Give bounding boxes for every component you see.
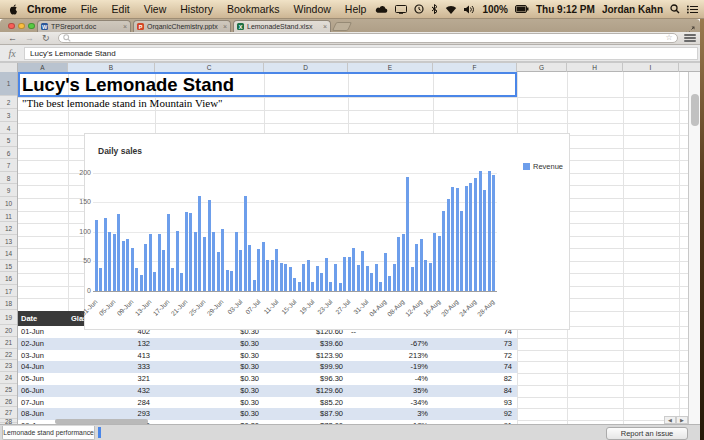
column-header-F[interactable]: F bbox=[433, 63, 517, 72]
row-header-7[interactable]: 7 bbox=[0, 160, 17, 172]
row-header-2[interactable]: 2 bbox=[0, 97, 17, 109]
chart-bar bbox=[316, 266, 319, 291]
row-header-3[interactable]: 3 bbox=[0, 110, 17, 122]
row-header-17[interactable]: 17 bbox=[0, 286, 17, 298]
row-header-14[interactable]: 14 bbox=[0, 248, 17, 260]
menu-item-edit[interactable]: Edit bbox=[112, 3, 130, 15]
chart-bar bbox=[420, 239, 423, 291]
table-row[interactable]: 06-Jun432$0.30$129.6035%84 bbox=[18, 385, 517, 397]
column-header-A[interactable]: A bbox=[18, 63, 68, 72]
address-bar[interactable]: ☆ bbox=[58, 33, 678, 43]
row-header-26[interactable]: 26 bbox=[0, 397, 17, 408]
column-header-B[interactable]: B bbox=[68, 63, 155, 72]
chart-bar bbox=[469, 183, 472, 291]
column-header-C[interactable]: C bbox=[155, 63, 264, 72]
browser-tab-3[interactable]: XLemonadeStand.xlsx× bbox=[233, 20, 331, 32]
zoom-window-button[interactable] bbox=[28, 23, 35, 30]
table-row[interactable]: 05-Jun321$0.30$96.30-4%82 bbox=[18, 373, 517, 385]
row-header-6[interactable]: 6 bbox=[0, 148, 17, 160]
table-row[interactable]: 03-Jun413$0.30$123.90213%72 bbox=[18, 350, 517, 362]
row-header-5[interactable]: 5 bbox=[0, 135, 17, 147]
column-header-E[interactable]: E bbox=[348, 63, 433, 72]
row-header-28[interactable]: 28 bbox=[0, 420, 17, 423]
column-header-G[interactable]: G bbox=[517, 63, 567, 72]
select-all-corner[interactable] bbox=[0, 63, 18, 72]
cloud-icon[interactable] bbox=[375, 5, 388, 14]
chart-bar bbox=[140, 275, 143, 291]
menu-item-window[interactable]: Window bbox=[293, 3, 330, 15]
report-issue-button[interactable]: Report an issue bbox=[606, 427, 688, 440]
reload-button[interactable]: ↻ bbox=[42, 33, 50, 43]
row-header-18[interactable]: 18 bbox=[0, 298, 17, 310]
row-header-4[interactable]: 4 bbox=[0, 123, 17, 135]
chart-y-tick-label: 200 bbox=[65, 169, 91, 176]
close-window-button[interactable] bbox=[8, 23, 15, 30]
scroll-right-arrow[interactable]: ▶ bbox=[676, 416, 688, 424]
embedded-chart[interactable]: Daily sales Revenue 05010015020001-Jun05… bbox=[84, 133, 570, 330]
bluetooth-icon[interactable] bbox=[431, 4, 438, 14]
row-header-13[interactable]: 13 bbox=[0, 236, 17, 248]
row-header-12[interactable]: 12 bbox=[0, 223, 17, 235]
table-row[interactable]: 04-Jun333$0.30$99.90-19%74 bbox=[18, 361, 517, 373]
formula-input[interactable]: Lucy's Lemonade Stand bbox=[24, 47, 698, 60]
column-header-H[interactable]: H bbox=[567, 63, 623, 72]
menu-item-help[interactable]: Help bbox=[345, 3, 367, 15]
menu-item-app[interactable]: Chrome bbox=[27, 3, 67, 15]
row-header-20[interactable]: 20 bbox=[0, 326, 17, 337]
spotlight-icon[interactable] bbox=[670, 4, 680, 14]
back-button[interactable]: ← bbox=[8, 33, 17, 43]
bookmark-star-icon[interactable]: ☆ bbox=[665, 34, 672, 42]
menu-item-file[interactable]: File bbox=[81, 3, 98, 15]
chrome-menu-icon[interactable] bbox=[684, 34, 696, 42]
chart-bar bbox=[302, 264, 305, 291]
tab-close-icon[interactable]: × bbox=[123, 23, 127, 30]
row-header-16[interactable]: 16 bbox=[0, 273, 17, 285]
display-mirroring-icon[interactable] bbox=[395, 5, 407, 14]
column-header-D[interactable]: D bbox=[264, 63, 348, 72]
menu-clock[interactable]: Thu 9:12 PM bbox=[536, 4, 595, 15]
menu-item-view[interactable]: View bbox=[144, 3, 167, 15]
table-cell: 3% bbox=[348, 408, 433, 420]
table-row[interactable]: 02-Jun132$0.30$39.60-67%73 bbox=[18, 338, 517, 350]
sheet-tab[interactable]: Lemonade stand performance bbox=[2, 426, 95, 440]
vertical-scrollbar-thumb[interactable] bbox=[691, 94, 699, 126]
row-header-23[interactable]: 23 bbox=[0, 361, 17, 372]
row-header-19[interactable]: 19 bbox=[0, 311, 17, 325]
row-header-24[interactable]: 24 bbox=[0, 373, 17, 384]
new-tab-button[interactable] bbox=[332, 22, 352, 31]
scroll-left-arrow[interactable]: ◀ bbox=[664, 416, 676, 424]
column-header-I[interactable]: I bbox=[623, 63, 679, 72]
forward-button[interactable]: → bbox=[25, 33, 34, 43]
row-header-10[interactable]: 10 bbox=[0, 198, 17, 210]
time-machine-icon[interactable] bbox=[414, 4, 424, 14]
chart-bar bbox=[379, 282, 382, 291]
horizontal-scrollbar-thumb[interactable] bbox=[55, 419, 148, 424]
wifi-icon[interactable] bbox=[445, 5, 457, 14]
row-header-25[interactable]: 25 bbox=[0, 385, 17, 396]
row-header-8[interactable]: 8 bbox=[0, 173, 17, 185]
user-menu[interactable]: Jordan Kahn bbox=[602, 4, 663, 15]
row-header-15[interactable]: 15 bbox=[0, 261, 17, 273]
minimize-window-button[interactable] bbox=[18, 23, 25, 30]
browser-tab-2[interactable]: POrganicChemistry.pptx× bbox=[133, 20, 231, 32]
row-header-9[interactable]: 9 bbox=[0, 185, 17, 197]
row-header-11[interactable]: 11 bbox=[0, 211, 17, 223]
cell-a2-subtitle[interactable]: "The best lemonade stand in Mountain Vie… bbox=[22, 97, 223, 110]
tab-close-icon[interactable]: × bbox=[323, 23, 327, 30]
battery-icon[interactable] bbox=[515, 5, 529, 13]
notification-center-icon[interactable] bbox=[687, 5, 698, 14]
chart-y-tick-label: 150 bbox=[65, 198, 91, 205]
table-row[interactable]: 07-Jun284$0.30$85.20-34%93 bbox=[18, 397, 517, 409]
sheet-grid[interactable]: Lucy's Lemonade Stand "The best lemonade… bbox=[18, 72, 688, 424]
row-header-22[interactable]: 22 bbox=[0, 350, 17, 361]
tab-close-icon[interactable]: × bbox=[223, 23, 227, 30]
row-header-21[interactable]: 21 bbox=[0, 338, 17, 349]
volume-icon[interactable] bbox=[464, 5, 475, 14]
menu-item-bookmarks[interactable]: Bookmarks bbox=[227, 3, 280, 15]
apple-menu-icon[interactable] bbox=[8, 4, 18, 15]
vertical-scrollbar[interactable] bbox=[688, 72, 700, 424]
row-header-1[interactable]: 1 bbox=[0, 72, 17, 96]
menu-items: FileEditViewHistoryBookmarksWindowHelp bbox=[74, 3, 374, 15]
menu-item-history[interactable]: History bbox=[180, 3, 213, 15]
browser-tab-1[interactable]: WTPSreport.doc× bbox=[37, 20, 131, 32]
